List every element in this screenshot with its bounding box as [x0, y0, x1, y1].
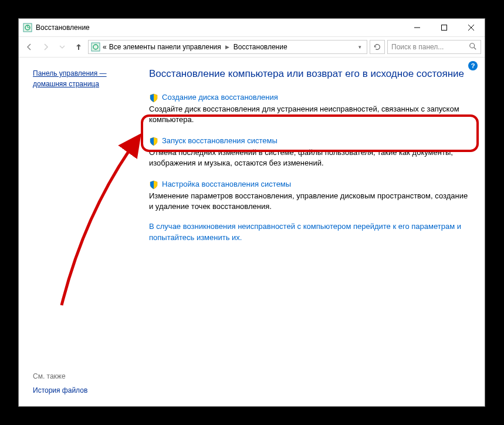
refresh-button[interactable] [370, 40, 385, 54]
shield-icon [149, 93, 158, 103]
configure-restore-link[interactable]: Настройка восстановления системы [162, 180, 291, 188]
up-button[interactable] [72, 40, 86, 54]
chevron-right-icon[interactable]: ▶ [225, 44, 229, 50]
option-create-recovery-drive: Создание диска восстановления Создайте д… [149, 93, 471, 124]
shield-icon [149, 180, 158, 190]
search-input[interactable]: Поиск в панел... [387, 40, 481, 54]
breadcrumb-seg-1[interactable]: Все элементы панели управления [109, 43, 221, 51]
breadcrumb-seg-2[interactable]: Восстановление [234, 43, 287, 51]
minimize-button[interactable] [404, 19, 431, 36]
titlebar: Восстановление [19, 19, 485, 36]
address-bar: « Все элементы панели управления ▶ Восст… [19, 36, 485, 58]
svg-point-5 [470, 43, 475, 48]
main-panel: Восстановление компьютера или возврат ег… [130, 58, 485, 406]
recovery-icon [91, 42, 100, 52]
shield-icon [149, 137, 158, 146]
svg-rect-3 [92, 43, 100, 51]
recent-dropdown[interactable] [55, 40, 69, 54]
sidebar-footer: См. также История файлов [33, 372, 87, 394]
forward-button[interactable] [39, 40, 53, 54]
system-restore-link[interactable]: Запуск восстановления системы [162, 136, 278, 145]
option-system-restore: Запуск восстановления системы Отмена пос… [149, 133, 471, 171]
recovery-icon [23, 23, 32, 32]
create-recovery-drive-link[interactable]: Создание диска восстановления [162, 93, 278, 102]
option-configure-restore: Настройка восстановления системы Изменен… [149, 180, 471, 211]
search-icon [469, 42, 477, 52]
content-area: Панель управления — домашняя страница См… [19, 58, 485, 406]
svg-rect-2 [442, 25, 447, 31]
option-desc: Создайте диск восстановления для устране… [149, 104, 471, 124]
back-button[interactable] [22, 40, 36, 54]
file-history-link[interactable]: История файлов [33, 386, 87, 394]
window-title: Восстановление [36, 23, 404, 32]
pc-settings-link[interactable]: В случае возникновения неисправностей с … [149, 222, 461, 242]
maximize-button[interactable] [431, 19, 458, 36]
close-button[interactable] [458, 19, 485, 36]
control-panel-home-link[interactable]: Панель управления — домашняя страница [33, 68, 124, 89]
breadcrumb[interactable]: « Все элементы панели управления ▶ Восст… [88, 40, 367, 54]
page-title: Восстановление компьютера или возврат ег… [149, 68, 471, 80]
sidebar: Панель управления — домашняя страница См… [19, 58, 130, 406]
search-placeholder: Поиск в панел... [391, 43, 469, 51]
option-desc: Отмена последних изменений в системе; фа… [149, 147, 468, 168]
see-also-header: См. также [33, 372, 87, 380]
breadcrumb-prefix: « [103, 43, 107, 51]
option-desc: Изменение параметров восстановления, упр… [149, 191, 471, 211]
settings-prompt: В случае возникновения неисправностей с … [149, 221, 471, 243]
control-panel-window: Восстановление « Все элементы панели упр… [18, 18, 485, 407]
window-buttons [404, 19, 485, 36]
chevron-down-icon[interactable]: ▾ [355, 44, 364, 50]
